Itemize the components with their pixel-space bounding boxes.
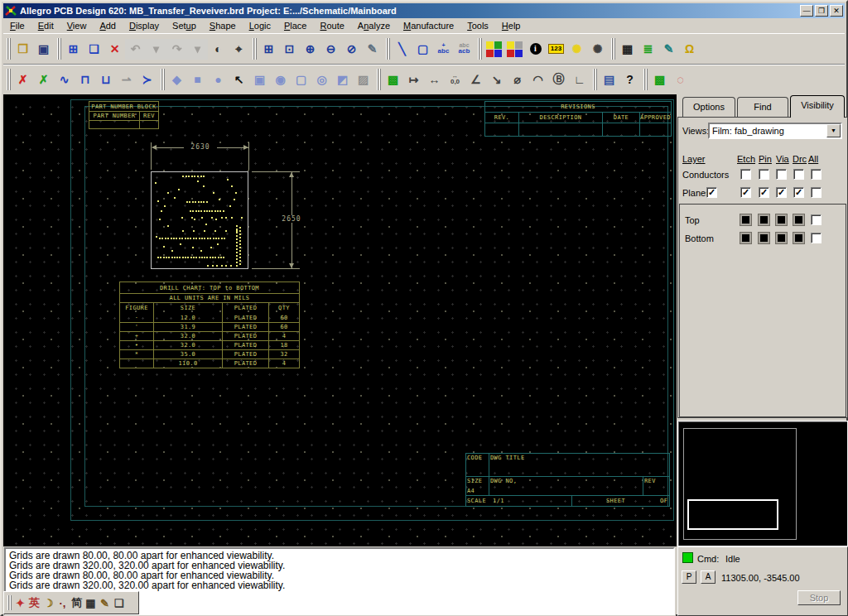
delay-tune-icon[interactable]: ⊔ xyxy=(95,70,116,90)
shape-polygon-icon[interactable]: ◆ xyxy=(166,70,187,90)
constraints-icon[interactable]: Ω xyxy=(679,39,700,60)
undo-dropdown-icon[interactable]: ▾ xyxy=(146,39,166,60)
planes-via-checkbox[interactable]: ✓ xyxy=(776,187,787,198)
dimension-datum-icon[interactable]: ↔0,0 xyxy=(445,70,465,90)
rats-all-icon[interactable]: ✗ xyxy=(33,70,54,90)
half-moon-icon[interactable]: ☽ xyxy=(41,594,55,611)
layer-column-link-drc[interactable]: Drc xyxy=(793,154,807,164)
bottom-drc-color-swatch[interactable] xyxy=(793,233,804,243)
color-dialog-icon[interactable] xyxy=(484,39,504,60)
punctuation-icon[interactable]: ·, xyxy=(55,594,70,611)
dehighlight-icon[interactable]: ✺ xyxy=(587,39,608,60)
delete-icon[interactable]: ✕ xyxy=(104,39,125,60)
menu-tools[interactable]: Tools xyxy=(460,19,495,32)
fix-icon[interactable]: ◐ xyxy=(208,39,229,60)
menu-logic[interactable]: Logic xyxy=(243,19,277,32)
conductors-drc-checkbox[interactable] xyxy=(793,169,804,180)
top-via-color-swatch[interactable] xyxy=(776,214,787,225)
world-view-minimap[interactable] xyxy=(677,421,848,546)
conductors-via-checkbox[interactable] xyxy=(776,169,787,180)
redo-icon[interactable]: ↷ xyxy=(166,39,187,60)
tab-visibility[interactable]: Visibility xyxy=(790,95,845,118)
copy-icon[interactable]: ❏ xyxy=(84,39,104,60)
pick-button[interactable]: P xyxy=(682,570,696,584)
highlight-icon[interactable]: ✺ xyxy=(566,39,587,60)
menu-manufacture[interactable]: Manufacture xyxy=(397,19,460,32)
toolbar-grip[interactable] xyxy=(57,38,58,60)
tab-options[interactable]: Options xyxy=(682,97,735,117)
layer-column-link-etch[interactable]: Etch xyxy=(737,154,755,164)
toolbar-grip[interactable] xyxy=(7,69,7,90)
zoom-previous-icon[interactable]: ⊘ xyxy=(341,39,362,60)
planes-etch-checkbox[interactable]: ✓ xyxy=(740,187,751,198)
shape-add-icon[interactable]: ▣ xyxy=(249,70,270,90)
toolbar-grip[interactable] xyxy=(643,69,644,90)
undo-icon[interactable]: ↶ xyxy=(125,39,146,60)
views-dropdown[interactable]: Film: fab_drawing ▼ xyxy=(708,123,842,139)
bottom-etch-color-swatch[interactable] xyxy=(740,233,751,243)
menu-setup[interactable]: Setup xyxy=(166,19,203,32)
dimension-chamfer-icon[interactable]: ∟ xyxy=(569,70,590,90)
show-measure-icon[interactable]: 123 xyxy=(546,39,566,60)
grid-toggle-icon[interactable]: ▦ xyxy=(617,39,638,60)
bottom-via-color-swatch[interactable] xyxy=(776,233,787,243)
save-file-icon[interactable]: ▣ xyxy=(33,39,54,60)
toolbar-grip[interactable] xyxy=(377,69,378,90)
place-manual-icon[interactable]: ▩ xyxy=(649,70,670,90)
restore-button[interactable]: ❐ xyxy=(815,5,828,17)
layer-column-link-all[interactable]: All xyxy=(808,154,818,164)
planes-drc-checkbox[interactable]: ✓ xyxy=(793,187,804,198)
ime-tools-icon[interactable]: ✎ xyxy=(98,594,112,611)
title-bar[interactable]: Allegro PCB Design 620: MB_Transfer_Reve… xyxy=(3,3,845,18)
slide-icon[interactable]: ⊓ xyxy=(75,70,95,90)
ime-grip[interactable] xyxy=(7,595,8,610)
shape-void-rect-icon[interactable]: ▢ xyxy=(291,70,311,90)
open-file-icon[interactable]: ❒ xyxy=(12,39,33,60)
dimension-distance-icon[interactable]: ↔ xyxy=(424,70,445,90)
toolbar-grip[interactable] xyxy=(7,38,7,60)
toolbar-grip[interactable] xyxy=(253,38,253,60)
toolbar-grip[interactable] xyxy=(611,38,612,60)
add-text-icon[interactable]: +abc xyxy=(433,39,454,60)
redo-dropdown-icon[interactable]: ▾ xyxy=(187,39,208,60)
shape-defer-icon[interactable]: ▨ xyxy=(353,70,373,90)
top-all-checkbox[interactable] xyxy=(811,214,822,225)
stop-button[interactable]: Stop xyxy=(797,590,841,605)
help-icon[interactable]: ? xyxy=(619,70,640,90)
dimension-leader-icon[interactable]: ↘ xyxy=(486,70,507,90)
dimension-radial-icon[interactable]: ◠ xyxy=(528,70,548,90)
properties-edit-icon[interactable]: ▤ xyxy=(599,70,619,90)
dimension-angular-icon[interactable]: ∠ xyxy=(465,70,486,90)
menu-help[interactable]: Help xyxy=(495,19,528,32)
bottom-all-checkbox[interactable] xyxy=(811,233,822,243)
minimap-view-rect[interactable] xyxy=(687,499,778,530)
add-rectangle-icon[interactable]: ▢ xyxy=(412,39,433,60)
design-canvas[interactable]: PART NUMBER BLOCK PART NUMBER REV REVISI… xyxy=(3,94,677,546)
top-pin-color-swatch[interactable] xyxy=(759,214,769,225)
menu-edit[interactable]: Edit xyxy=(31,19,60,32)
dimension-balloon-icon[interactable]: Ⓑ xyxy=(548,70,569,90)
menu-shape[interactable]: Shape xyxy=(203,19,243,32)
zoom-points-icon[interactable]: ⊞ xyxy=(258,39,279,60)
pin-icon[interactable]: ⌖ xyxy=(229,39,249,60)
layer-column-link-pin[interactable]: Pin xyxy=(759,154,772,164)
show-element-icon[interactable]: i xyxy=(525,39,546,60)
dfm-update-icon[interactable]: ▩ xyxy=(383,70,403,90)
menu-file[interactable]: File xyxy=(3,19,31,32)
toolbar-grip[interactable] xyxy=(386,38,387,60)
menu-analyze[interactable]: Analyze xyxy=(351,19,397,32)
paste-special-icon[interactable]: ⊞ xyxy=(63,39,84,60)
color-priority-icon[interactable] xyxy=(504,39,525,60)
menu-route[interactable]: Route xyxy=(313,19,350,32)
autoplace-icon[interactable]: ◌ xyxy=(670,70,691,90)
planes-all-checkbox[interactable] xyxy=(811,187,822,198)
layer-link[interactable]: Layer xyxy=(682,154,706,164)
status-report-icon[interactable]: ✎ xyxy=(658,39,679,60)
ime-pad-icon[interactable]: ❏ xyxy=(112,594,126,611)
ime-logo-icon[interactable]: ✦ xyxy=(13,594,27,611)
dimension-linear-icon[interactable]: ↦ xyxy=(403,70,424,90)
toolbar-grip[interactable] xyxy=(593,69,594,90)
shape-void-circle-icon[interactable]: ◎ xyxy=(311,70,332,90)
custom-smooth-icon[interactable]: ⇀ xyxy=(116,70,137,90)
ime-language-bar[interactable]: ✦英☽·,简▦✎❏ xyxy=(3,591,139,614)
